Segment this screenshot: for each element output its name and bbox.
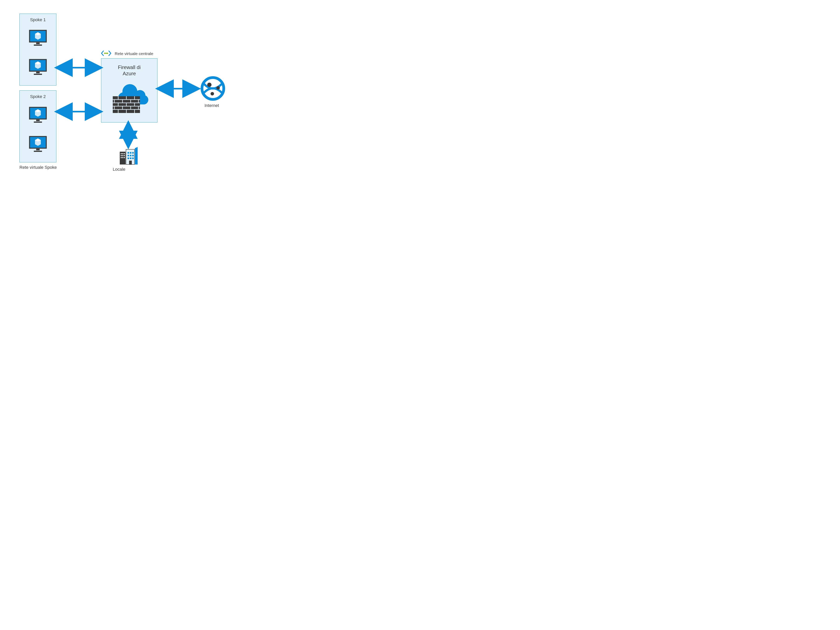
arrows-layer [0,0,249,187]
